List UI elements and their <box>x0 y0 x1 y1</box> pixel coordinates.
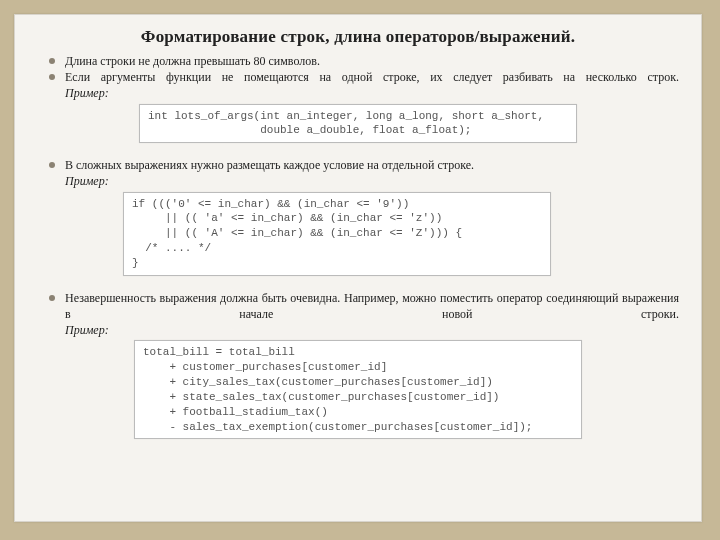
bullet-list-3: Незавершенность выражения должна быть оч… <box>37 290 679 322</box>
content-area: Длина строки не должна превышать 80 симв… <box>37 53 679 439</box>
page-title: Форматирование строк, длина операторов/в… <box>37 27 679 47</box>
bullet-4: Незавершенность выражения должна быть оч… <box>37 290 679 322</box>
bullet-1: Длина строки не должна превышать 80 симв… <box>37 53 679 69</box>
example-label-2: Пример: <box>37 173 679 189</box>
example-label-3: Пример: <box>37 322 679 338</box>
code-block-3: total_bill = total_bill + customer_purch… <box>134 340 582 439</box>
bullet-list: Длина строки не должна превышать 80 симв… <box>37 53 679 85</box>
code-block-2: if ((('0' <= in_char) && (in_char <= '9'… <box>123 192 551 276</box>
bullet-2: Если аргументы функции не помещаются на … <box>37 69 679 85</box>
code-block-1: int lots_of_args(int an_integer, long a_… <box>139 104 577 144</box>
bullet-list-2: В сложных выражениях нужно размещать каж… <box>37 157 679 173</box>
slide: Форматирование строк, длина операторов/в… <box>14 14 702 522</box>
bullet-3: В сложных выражениях нужно размещать каж… <box>37 157 679 173</box>
example-label-1: Пример: <box>37 85 679 101</box>
